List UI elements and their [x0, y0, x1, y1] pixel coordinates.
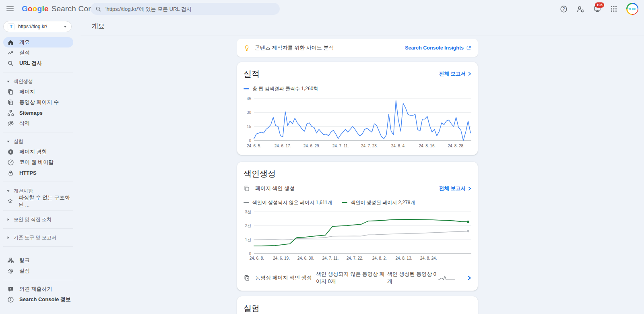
- video-not-indexed-count: 색인 생성되지 않은 동영상 페이지 0개: [316, 271, 387, 285]
- svg-text:24. 8. 28.: 24. 8. 28.: [448, 144, 464, 148]
- sidebar: T https://tlog.kr/ 개요 실적 URL 검사 색인생성 페이지…: [0, 18, 80, 314]
- whats-new-button[interactable]: 198: [593, 5, 601, 12]
- home-icon: [7, 39, 14, 46]
- chevron-right-icon: [467, 275, 471, 281]
- divider: [3, 246, 73, 247]
- svg-text:3천: 3천: [245, 210, 251, 214]
- sidebar-section-legacy-tools[interactable]: 기존 도구 및 보고서: [0, 232, 80, 243]
- google-logo-word: Google: [22, 4, 49, 13]
- performance-card: 실적 전체 보고서 총 웹 검색결과 클릭수 1,260회 015304524.…: [237, 62, 478, 155]
- search-input[interactable]: [105, 6, 277, 12]
- chevron-down-icon: [63, 25, 67, 29]
- performance-title: 실적: [244, 68, 260, 79]
- experience-title: 실험: [244, 303, 260, 314]
- svg-text:24. 8. 16.: 24. 8. 16.: [419, 144, 436, 148]
- insights-link[interactable]: Search Console Insights: [405, 45, 471, 51]
- sidebar-item-feedback[interactable]: 의견 제출하기: [3, 284, 73, 294]
- video-indexing-chevron[interactable]: [467, 275, 471, 281]
- property-selector[interactable]: T https://tlog.kr/: [3, 21, 72, 32]
- sidebar-item-links[interactable]: 링크: [3, 255, 73, 266]
- sidebar-section-experience[interactable]: 실험: [0, 136, 80, 147]
- gauge-icon: [7, 159, 14, 166]
- performance-chart[interactable]: 015304524. 6. 5.24. 6. 17.24. 6. 29.24. …: [244, 95, 471, 149]
- apps-menu-button[interactable]: [610, 5, 617, 12]
- sidebar-item-https[interactable]: HTTPS: [3, 167, 73, 178]
- video-indexing-label: 동영상 페이지 색인 생성: [255, 274, 312, 281]
- video-indexing-sparkline: [438, 275, 456, 281]
- insights-text: 콘텐츠 제작자를 위한 사이트 분석: [255, 44, 334, 52]
- svg-text:15: 15: [247, 124, 252, 129]
- sidebar-item-overview[interactable]: 개요: [3, 37, 73, 48]
- caret-down-icon: [6, 189, 10, 193]
- divider: [3, 182, 73, 182]
- page-indexing-subtitle: 페이지 색인 생성: [255, 185, 295, 192]
- clicks-legend-swatch: [244, 88, 249, 90]
- svg-text:24. 6. 19.: 24. 6. 19.: [273, 256, 290, 260]
- svg-text:24. 6. 17.: 24. 6. 17.: [275, 144, 291, 148]
- performance-full-report-link[interactable]: 전체 보고서: [439, 70, 471, 77]
- svg-text:24. 7. 22.: 24. 7. 22.: [347, 256, 363, 260]
- lightbulb-icon: [244, 44, 250, 52]
- help-icon: ?: [560, 5, 568, 13]
- sidebar-item-performance[interactable]: 실적: [3, 48, 73, 58]
- sidebar-item-about[interactable]: Search Console 정보: [3, 294, 73, 305]
- sidebar-item-settings[interactable]: 설정: [3, 266, 73, 276]
- caret-down-icon: [6, 140, 10, 143]
- account-avatar[interactable]: TLOG: [626, 3, 638, 15]
- feedback-icon: [7, 286, 14, 293]
- svg-text:24. 8. 2.: 24. 8. 2.: [372, 256, 387, 260]
- sitemaps-icon: [7, 109, 14, 116]
- video-indexing-row[interactable]: 동영상 페이지 색인 생성 색인 생성되지 않은 동영상 페이지 0개 색인 생…: [244, 265, 471, 288]
- svg-text:24. 7. 11.: 24. 7. 11.: [322, 256, 339, 260]
- gear-icon: [7, 268, 14, 275]
- top-bar: Google Search Console ? 198 TLOG: [0, 0, 644, 18]
- help-button[interactable]: ?: [560, 5, 568, 13]
- svg-text:45: 45: [247, 97, 252, 101]
- sidebar-item-page-experience[interactable]: 페이지 경험: [3, 147, 73, 157]
- svg-text:24. 6. 29.: 24. 6. 29.: [303, 144, 320, 148]
- video-indexed-count: 색인 생성된 동영상 0개: [387, 271, 438, 285]
- sidebar-section-security[interactable]: 보안 및 직접 조치: [0, 214, 80, 225]
- sidebar-item-sitemaps[interactable]: Sitemaps: [3, 107, 73, 118]
- indexing-full-report-link[interactable]: 전체 보고서: [439, 185, 471, 192]
- indexing-chart[interactable]: 01천2천3천24. 6. 8.24. 6. 19.24. 6. 30.24. …: [244, 209, 471, 261]
- indexing-title: 색인생성: [244, 168, 276, 179]
- eye-off-icon: [7, 120, 14, 127]
- indexed-legend-swatch: [342, 202, 347, 204]
- pages-icon: [244, 185, 250, 192]
- svg-text:2천: 2천: [245, 223, 251, 228]
- url-inspection-searchbar[interactable]: [91, 3, 280, 15]
- svg-text:0: 0: [249, 138, 251, 143]
- indexing-card: 색인생성 페이지 색인 생성 전체 보고서 색인이 생성되지 않은 페이지 1,…: [237, 162, 478, 291]
- svg-text:24. 7. 23.: 24. 7. 23.: [361, 144, 378, 148]
- chevron-right-icon: [468, 186, 471, 191]
- caret-down-icon: [6, 80, 10, 83]
- avatar-label: TLOG: [627, 4, 638, 14]
- divider: [3, 210, 73, 211]
- svg-text:30: 30: [247, 110, 252, 115]
- indexed-legend: 색인이 생성된 페이지 2,278개: [342, 199, 415, 206]
- chevron-right-icon: [468, 72, 471, 76]
- sidebar-item-pages[interactable]: 페이지: [3, 87, 73, 97]
- sidebar-item-removals[interactable]: 삭제: [3, 118, 73, 128]
- sidebar-section-indexing[interactable]: 색인생성: [0, 76, 80, 87]
- divider: [3, 280, 73, 280]
- sidebar-item-url-inspection[interactable]: URL 검사: [3, 58, 73, 68]
- insights-banner: 콘텐츠 제작자를 위한 사이트 분석 Search Console Insigh…: [237, 39, 478, 57]
- svg-text:24. 8. 4.: 24. 8. 4.: [391, 144, 406, 148]
- video-pages-icon: [7, 99, 14, 106]
- sidebar-item-video-pages[interactable]: 동영상 페이지 수: [3, 97, 73, 107]
- sidebar-item-unparsable-structured-data[interactable]: 파싱할 수 없는 구조화된 ...: [3, 196, 73, 207]
- user-settings-button[interactable]: [576, 5, 584, 13]
- svg-text:24. 6. 5.: 24. 6. 5.: [247, 144, 261, 148]
- menu-icon[interactable]: [6, 6, 14, 11]
- svg-text:24. 6. 30.: 24. 6. 30.: [297, 256, 314, 260]
- not-indexed-legend-swatch: [244, 202, 249, 204]
- page-header: 개요: [80, 18, 644, 35]
- video-pages-icon: [244, 275, 250, 281]
- user-gear-icon: [576, 5, 584, 13]
- page-experience-icon: [7, 149, 14, 155]
- sidebar-item-core-web-vitals[interactable]: 코어 웹 바이탈: [3, 157, 73, 167]
- svg-text:24. 8. 24.: 24. 8. 24.: [420, 256, 437, 260]
- not-indexed-legend: 색인이 생성되지 않은 페이지 1,611개: [244, 199, 332, 206]
